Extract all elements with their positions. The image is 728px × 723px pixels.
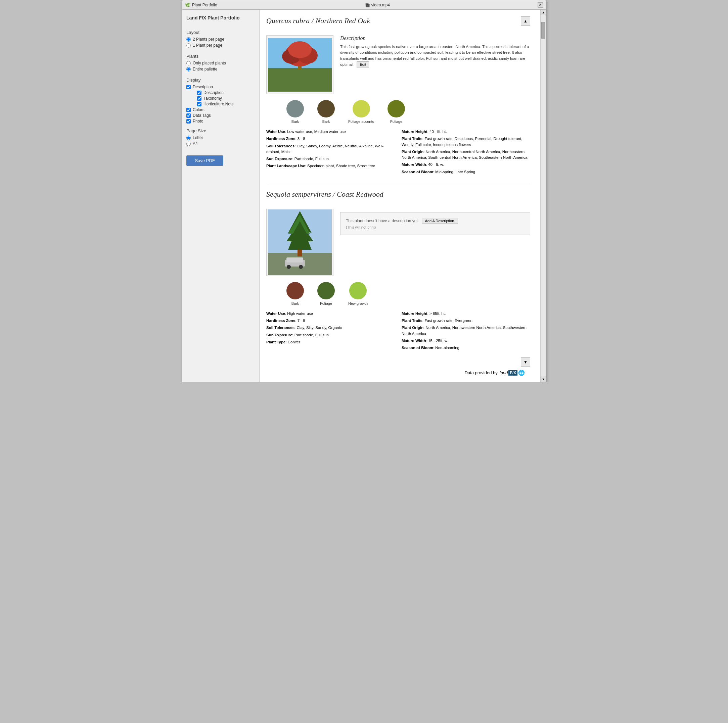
scroll-up-button[interactable]: ▲ xyxy=(541,10,546,15)
app-body: Land F/X Plant Portfolio Layout 2 Plants… xyxy=(182,10,546,382)
data-tags-checkbox[interactable] xyxy=(187,113,191,118)
oak-content: Description This fast-growing oak specie… xyxy=(266,35,530,94)
oak-edit-button[interactable]: Edit xyxy=(356,61,369,67)
redwood-color-foliage: Foliage xyxy=(317,282,335,305)
display-colors[interactable]: Colors xyxy=(187,107,255,112)
save-pdf-button[interactable]: Save PDF xyxy=(187,156,223,166)
oak-plant-traits: Plant Traits: Fast growth rate, Deciduou… xyxy=(402,136,530,148)
layout-1plant-radio[interactable] xyxy=(187,43,191,48)
layout-2plants-radio[interactable] xyxy=(187,37,191,42)
svg-point-15 xyxy=(287,265,291,269)
redwood-hardiness: Hardiness Zone: 7 - 9 xyxy=(266,318,395,323)
sidebar: Land F/X Plant Portfolio Layout 2 Plants… xyxy=(182,10,260,382)
horticulture-label: Horticulture Note xyxy=(203,102,234,107)
titlebar: 🌿 Plant Portfolio 🎬 video.mp4 ✕ xyxy=(182,0,546,10)
description-main-label: Description xyxy=(193,85,213,89)
data-provided-text: Data provided by xyxy=(464,370,497,375)
layout-1plant-label: 1 Plant per page xyxy=(193,43,222,48)
page-size-a4[interactable]: A4 xyxy=(187,141,255,146)
oak-bark2-circle xyxy=(317,100,335,117)
redwood-soil: Soil Tolerances: Clay, Silty, Sandy, Org… xyxy=(266,325,395,331)
colors-label: Colors xyxy=(193,107,205,112)
layout-2plants-label: 2 Plants per page xyxy=(193,37,224,42)
layout-option-1plant[interactable]: 1 Plant per page xyxy=(187,43,255,48)
close-button[interactable]: ✕ xyxy=(538,2,543,8)
down-arrow-icon: ▼ xyxy=(523,360,528,365)
oak-image xyxy=(268,38,332,92)
display-checkbox-group: Description Description Taxonomy Horticu… xyxy=(187,85,255,124)
display-label: Display xyxy=(187,78,255,82)
display-data-tags[interactable]: Data Tags xyxy=(187,113,255,118)
redwood-add-desc-button[interactable]: Add A Description. xyxy=(422,218,458,224)
oak-plant-origin: Plant Origin: North America, North-centr… xyxy=(402,149,530,161)
photo-label: Photo xyxy=(193,119,203,124)
photo-checkbox[interactable] xyxy=(187,119,191,124)
data-provided-footer: Data provided by land F/X 🌐 xyxy=(266,367,530,378)
app-title: Plant Portfolio xyxy=(192,3,217,8)
oak-description-section: Description This fast-growing oak specie… xyxy=(340,35,530,94)
layout-option-2plants[interactable]: 2 Plants per page xyxy=(187,37,255,42)
redwood-new-growth-circle xyxy=(349,282,367,299)
description-main-checkbox[interactable] xyxy=(187,85,191,89)
oak-bark1-circle xyxy=(286,100,304,117)
description-sub-checkbox[interactable] xyxy=(197,91,202,95)
taxonomy-checkbox[interactable] xyxy=(197,96,202,101)
brand-fx: F/X xyxy=(508,370,517,375)
redwood-image xyxy=(268,209,332,275)
display-taxonomy[interactable]: Taxonomy xyxy=(197,96,255,101)
letter-label: Letter xyxy=(193,135,203,140)
redwood-data-right: Mature Height: > 65ft. ht. Plant Traits:… xyxy=(402,311,530,352)
a4-radio[interactable] xyxy=(187,142,191,146)
oak-color-foliage-accents: Foliage accents xyxy=(348,100,374,124)
display-description-main[interactable]: Description xyxy=(187,85,255,89)
redwood-bark-circle xyxy=(286,282,304,299)
plants-option-entire[interactable]: Entire pallette xyxy=(187,67,255,72)
redwood-mature-height: Mature Height: > 65ft. ht. xyxy=(402,311,530,317)
oak-water-use: Water Use: Low water use, Medium water u… xyxy=(266,129,395,134)
video-title: video.mp4 xyxy=(372,3,390,8)
redwood-foliage-circle xyxy=(317,282,335,299)
oak-desc-text: This fast-growing oak species is native … xyxy=(340,44,530,67)
display-horticulture[interactable]: Horticulture Note xyxy=(197,102,255,107)
down-arrow-button[interactable]: ▼ xyxy=(521,357,530,367)
oak-foliage-accents-circle xyxy=(353,100,370,117)
oak-up-arrow-button[interactable]: ▲ xyxy=(521,17,530,26)
scroll-down-button[interactable]: ▼ xyxy=(541,377,546,382)
plants-entire-radio[interactable] xyxy=(187,67,191,72)
scrollbar-thumb[interactable] xyxy=(541,22,545,39)
oak-sun: Sun Exposure: Part shade, Full sun xyxy=(266,156,395,162)
colors-checkbox[interactable] xyxy=(187,108,191,112)
svg-rect-14 xyxy=(286,258,303,262)
description-sub-label: Description xyxy=(203,90,224,95)
oak-bloom: Season of Bloom: Mid-spring, Late Spring xyxy=(402,169,530,175)
display-description-sub[interactable]: Description xyxy=(197,90,255,95)
redwood-title: Sequoia sempervirens / Coast Redwood xyxy=(266,190,384,199)
plants-option-placed[interactable]: Only placed plants xyxy=(187,61,255,66)
redwood-plant-origin: Plant Origin: North America, Northwester… xyxy=(402,325,530,337)
titlebar-center: 🎬 video.mp4 xyxy=(365,3,390,8)
oak-title-text: Quercus rubra / Northern Red Oak xyxy=(266,17,370,25)
display-photo[interactable]: Photo xyxy=(187,119,255,124)
scrollbar-track[interactable] xyxy=(541,15,546,377)
redwood-no-print-note: (This will not print) xyxy=(346,225,525,229)
redwood-mature-width: Mature Width: 15 - 25ft. w. xyxy=(402,338,530,344)
redwood-bottom-controls: ▼ xyxy=(266,357,530,367)
redwood-image-box xyxy=(266,209,333,276)
plants-placed-radio[interactable] xyxy=(187,61,191,66)
oak-tree-svg xyxy=(268,38,332,92)
oak-plant-data: Water Use: Low water use, Medium water u… xyxy=(266,129,530,176)
redwood-plant-data: Water Use: High water use Hardiness Zone… xyxy=(266,311,530,352)
oak-color-bark2: Bark xyxy=(317,100,335,124)
plants-entire-label: Entire pallette xyxy=(193,67,217,72)
page-size-letter[interactable]: Letter xyxy=(187,135,255,140)
brand-logo: land F/X 🌐 xyxy=(500,369,525,376)
scrollbar: ▲ ▼ xyxy=(540,10,546,382)
oak-data-left: Water Use: Low water use, Medium water u… xyxy=(266,129,395,176)
plants-radio-group: Only placed plants Entire pallette xyxy=(187,61,255,72)
app-window: 🌿 Plant Portfolio 🎬 video.mp4 ✕ Land F/X… xyxy=(182,0,546,382)
oak-title: Quercus rubra / Northern Red Oak xyxy=(266,17,370,25)
page-size-label: Page Size xyxy=(187,128,255,133)
oak-colors-row: Bark Bark Foliage accents Foliage xyxy=(286,100,530,124)
letter-radio[interactable] xyxy=(187,136,191,140)
horticulture-checkbox[interactable] xyxy=(197,102,202,107)
